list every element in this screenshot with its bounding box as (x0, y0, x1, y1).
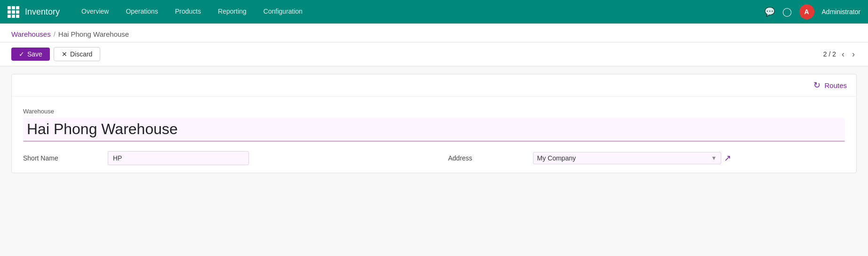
routes-button[interactable]: ↻ Routes (813, 80, 847, 90)
pagination-text: 2 / 2 (823, 50, 836, 58)
save-button[interactable]: ✓ Save (11, 48, 50, 61)
breadcrumb: Warehouses / Hai Phong Warehouse (0, 24, 868, 42)
routes-icon: ↻ (813, 80, 820, 90)
top-nav: Inventory Overview Operations Products R… (0, 0, 868, 24)
short-name-row: Short Name Address My Company ▼ ↗ (23, 151, 845, 165)
card-topbar: ↻ Routes (12, 74, 856, 96)
chat-icon[interactable]: 💬 (764, 7, 775, 17)
form-section: Warehouse Short Name Address My Company … (12, 96, 856, 173)
main-content: ↻ Routes Warehouse Short Name Address My… (0, 66, 868, 181)
short-name-input[interactable] (108, 151, 249, 165)
breadcrumb-separator: / (54, 30, 56, 38)
address-label: Address (448, 154, 533, 162)
check-icon: ✓ (19, 50, 24, 58)
address-value: My Company (537, 154, 709, 162)
x-icon: ✕ (62, 50, 67, 58)
warehouse-name-input[interactable] (23, 118, 845, 142)
address-select[interactable]: My Company ▼ (533, 152, 721, 164)
warehouse-section-label: Warehouse (23, 108, 845, 115)
topnav-right: 💬 ◯ A Administrator (764, 4, 860, 19)
toolbar: ✓ Save ✕ Discard 2 / 2 ‹ › (0, 42, 868, 66)
nav-overview[interactable]: Overview (73, 0, 117, 24)
short-name-label: Short Name (23, 154, 108, 162)
external-link-icon[interactable]: ↗ (724, 153, 731, 163)
breadcrumb-current: Hai Phong Warehouse (58, 30, 129, 38)
nav-products[interactable]: Products (167, 0, 209, 24)
pagination: 2 / 2 ‹ › (823, 50, 857, 58)
chevron-down-icon: ▼ (711, 155, 717, 161)
form-card: ↻ Routes Warehouse Short Name Address My… (11, 74, 857, 173)
discard-button[interactable]: ✕ Discard (54, 47, 100, 61)
grid-icon (8, 6, 19, 18)
clock-icon[interactable]: ◯ (782, 7, 792, 17)
nav-operations[interactable]: Operations (117, 0, 166, 24)
nav-configuration[interactable]: Configuration (255, 0, 311, 24)
address-col: Address My Company ▼ ↗ (448, 152, 845, 164)
admin-label[interactable]: Administrator (822, 8, 860, 16)
prev-button[interactable]: ‹ (840, 50, 846, 58)
avatar[interactable]: A (799, 4, 814, 19)
app-logo[interactable]: Inventory (8, 6, 69, 18)
nav-reporting[interactable]: Reporting (209, 0, 255, 24)
app-title: Inventory (25, 7, 60, 17)
breadcrumb-parent[interactable]: Warehouses (11, 30, 51, 38)
short-name-col: Short Name (23, 151, 420, 165)
next-button[interactable]: › (850, 50, 857, 58)
